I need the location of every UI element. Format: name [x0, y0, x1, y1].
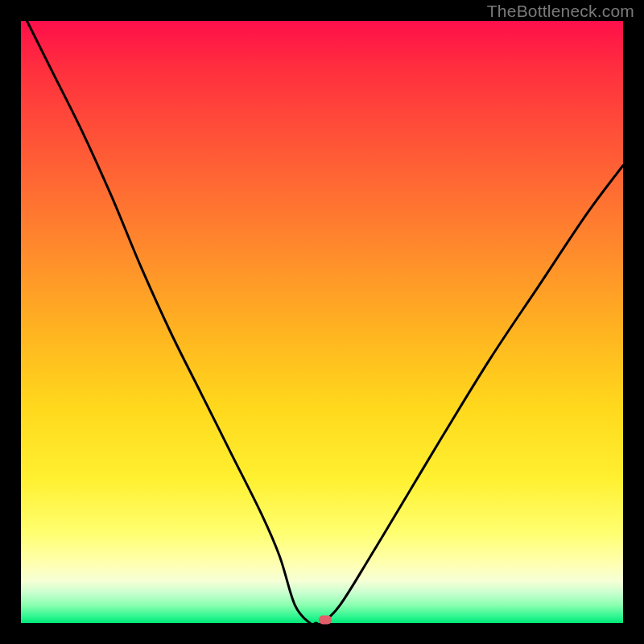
watermark-text: TheBottleneck.com	[487, 2, 634, 21]
plot-area	[21, 21, 623, 623]
chart-frame: TheBottleneck.com	[0, 0, 644, 644]
optimal-point-marker	[319, 616, 332, 625]
bottleneck-curve	[21, 21, 623, 623]
curve-path	[27, 21, 624, 623]
